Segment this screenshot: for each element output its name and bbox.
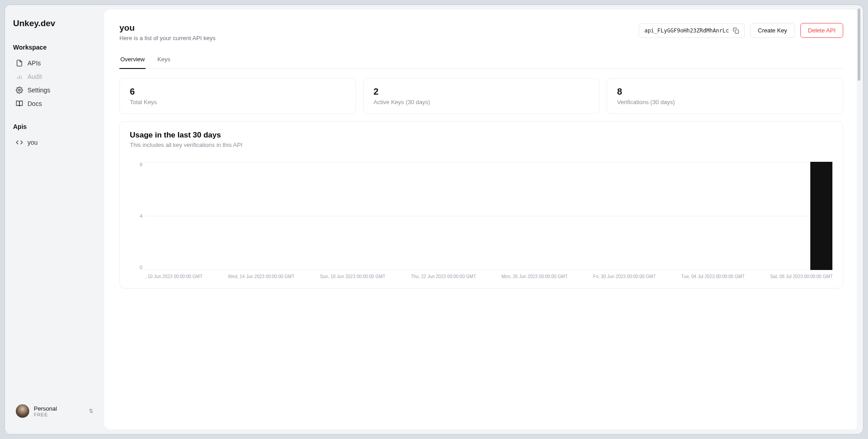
- workspace-section-label: Workspace: [13, 44, 96, 51]
- usage-chart: 840 , 10 Jun 2023 00:00:00 GMTWed, 14 Ju…: [139, 162, 833, 279]
- stat-label: Verifications (30 days): [617, 99, 833, 105]
- stat-value: 2: [374, 87, 589, 97]
- stat-card-verifications: 8 Verifications (30 days): [607, 78, 843, 114]
- usage-chart-card: Usage in the last 30 days This includes …: [119, 121, 843, 288]
- x-tick: Wed, 14 Jun 2023 00:00:00 GMT: [228, 274, 295, 279]
- x-axis: , 10 Jun 2023 00:00:00 GMTWed, 14 Jun 20…: [145, 274, 833, 279]
- apis-nav: you: [13, 136, 96, 149]
- create-key-button[interactable]: Create Key: [750, 23, 795, 38]
- sidebar-api-you[interactable]: you: [13, 136, 96, 149]
- tab-keys[interactable]: Keys: [156, 52, 171, 69]
- file-icon: [16, 59, 23, 67]
- sidebar-item-label: Docs: [27, 100, 42, 107]
- chevron-up-down-icon: ⇅: [89, 408, 93, 414]
- y-axis: 840: [136, 162, 142, 270]
- chart-icon: [16, 73, 23, 80]
- copy-icon[interactable]: [733, 27, 739, 34]
- main-panel: you Here is a list of your current API k…: [104, 9, 859, 430]
- sidebar-item-audit: Audit: [13, 70, 96, 83]
- account-plan: FREE: [34, 412, 84, 417]
- page-header: you Here is a list of your current API k…: [119, 23, 843, 41]
- y-tick: 8: [136, 162, 142, 167]
- stat-cards: 6 Total Keys 2 Active Keys (30 days) 8 V…: [119, 78, 843, 114]
- x-tick: Sat, 08 Jul 2023 00:00:00 GMT: [770, 274, 833, 279]
- chart-title: Usage in the last 30 days: [130, 131, 833, 140]
- stat-value: 8: [617, 87, 833, 97]
- avatar: [16, 404, 29, 418]
- tabs: Overview Keys: [119, 52, 843, 69]
- code-icon: [16, 139, 23, 146]
- y-tick: 4: [136, 213, 142, 219]
- x-tick: Tue, 04 Jul 2023 00:00:00 GMT: [681, 274, 745, 279]
- x-tick: Thu, 22 Jun 2023 00:00:00 GMT: [411, 274, 476, 279]
- sidebar-item-settings[interactable]: Settings: [13, 83, 96, 97]
- chart-bars: [145, 162, 833, 270]
- api-id-value: api_FLyGGF9oHh23ZRdMhAnrLc: [644, 27, 729, 34]
- apis-section-label: Apis: [13, 123, 96, 130]
- sidebar-item-docs[interactable]: Docs: [13, 97, 96, 110]
- page-title: you: [119, 23, 215, 33]
- scrollbar-track[interactable]: [857, 7, 861, 432]
- api-id-pill: api_FLyGGF9oHh23ZRdMhAnrLc: [639, 23, 745, 38]
- stat-label: Active Keys (30 days): [374, 99, 589, 105]
- brand-logo: Unkey.dev: [13, 18, 96, 28]
- sidebar-item-label: Audit: [27, 73, 42, 80]
- y-tick: 0: [136, 265, 142, 270]
- header-actions: api_FLyGGF9oHh23ZRdMhAnrLc Create Key De…: [639, 23, 843, 38]
- workspace-nav: APIs Audit Settings Docs: [13, 56, 96, 110]
- svg-point-3: [18, 89, 20, 91]
- account-name: Personal: [34, 405, 84, 412]
- book-icon: [16, 100, 23, 107]
- x-tick: Fri, 30 Jun 2023 00:00:00 GMT: [593, 274, 656, 279]
- stat-card-active-keys: 2 Active Keys (30 days): [363, 78, 600, 114]
- x-tick: Sun, 18 Jun 2023 00:00:00 GMT: [320, 274, 385, 279]
- x-tick: Mon, 26 Jun 2023 00:00:00 GMT: [502, 274, 568, 279]
- delete-api-button[interactable]: Delete API: [800, 23, 843, 38]
- sidebar-item-label: you: [27, 139, 38, 146]
- sidebar-item-label: APIs: [27, 59, 41, 67]
- x-tick: , 10 Jun 2023 00:00:00 GMT: [145, 274, 202, 279]
- stat-label: Total Keys: [130, 99, 346, 105]
- stat-card-total-keys: 6 Total Keys: [119, 78, 356, 114]
- sidebar-item-apis[interactable]: APIs: [13, 56, 96, 70]
- sidebar-item-label: Settings: [27, 87, 50, 94]
- account-switcher[interactable]: Personal FREE ⇅: [13, 402, 96, 421]
- svg-rect-4: [735, 30, 739, 33]
- stat-value: 6: [130, 87, 346, 97]
- account-info: Personal FREE: [34, 405, 84, 417]
- page-subtitle: Here is a list of your current API keys: [119, 35, 215, 41]
- chart-subtitle: This includes all key verifications in t…: [130, 142, 833, 148]
- scrollbar-thumb[interactable]: [858, 9, 860, 81]
- gear-icon: [16, 87, 23, 94]
- tab-overview[interactable]: Overview: [119, 52, 146, 69]
- chart-bar: [810, 162, 832, 270]
- sidebar: Unkey.dev Workspace APIs Audit Settings …: [5, 5, 104, 434]
